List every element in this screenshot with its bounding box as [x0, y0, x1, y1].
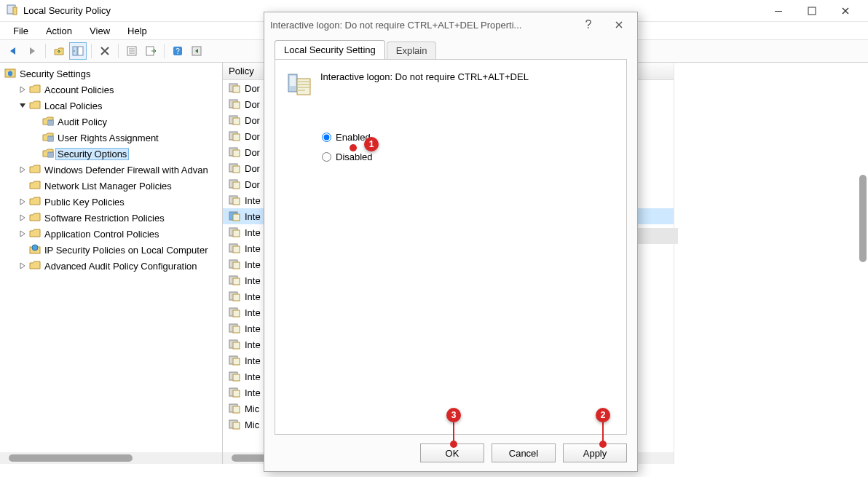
- dialog-help-button[interactable]: ?: [576, 15, 601, 35]
- delete-button[interactable]: [96, 42, 114, 60]
- radio-enabled-input[interactable]: [322, 133, 331, 142]
- list-row-label: Mic: [245, 419, 259, 430]
- folder-icon: [29, 83, 41, 97]
- tab-local-security-setting[interactable]: Local Security Setting: [275, 40, 385, 59]
- list-row-label: Inte: [245, 371, 261, 382]
- tree-expander-icon[interactable]: [17, 84, 28, 95]
- tree-item[interactable]: User Rights Assignment: [0, 130, 222, 146]
- tree-expander-icon[interactable]: [17, 229, 28, 239]
- tree-expander-icon[interactable]: [17, 213, 28, 223]
- list-row-label: Inte: [245, 259, 261, 270]
- tree-expander-icon[interactable]: [17, 261, 28, 271]
- tree-expander-icon[interactable]: [31, 149, 41, 159]
- ok-button-label: OK: [446, 448, 459, 459]
- policy-item-icon: [229, 322, 240, 336]
- folder-icon: [29, 179, 41, 193]
- tree-item-label: Advanced Audit Policy Configuration: [42, 260, 200, 272]
- tree-item-label: Security Options: [55, 148, 129, 160]
- minimize-button[interactable]: [762, 0, 795, 22]
- menu-help[interactable]: Help: [120, 24, 154, 38]
- tree-item[interactable]: Advanced Audit Policy Configuration: [0, 258, 222, 274]
- close-button[interactable]: [829, 0, 862, 22]
- tree-item[interactable]: Audit Policy: [0, 114, 222, 130]
- tree-expander-icon[interactable]: [17, 181, 28, 191]
- svg-rect-35: [233, 198, 240, 205]
- tree-expander-icon[interactable]: [17, 165, 28, 175]
- tree-item[interactable]: Local Policies: [0, 98, 222, 114]
- cancel-button-label: Cancel: [509, 448, 538, 459]
- maximize-button[interactable]: [795, 0, 829, 22]
- tree-expander-icon[interactable]: [17, 245, 28, 255]
- tree-item-label: Audit Policy: [55, 116, 109, 128]
- tree-item[interactable]: Public Key Policies: [0, 194, 222, 210]
- tree-item[interactable]: Security Options: [0, 146, 222, 162]
- list-row-label: Dor: [245, 83, 260, 94]
- list-row-label: Dor: [245, 163, 260, 174]
- menu-file[interactable]: File: [6, 24, 36, 38]
- tree-scrollbar-horizontal[interactable]: [0, 452, 222, 464]
- policy-name-label: Interactive logon: Do not require CTRL+A…: [320, 71, 529, 82]
- policy-item-icon: [229, 338, 240, 352]
- folder-icon: [29, 211, 41, 225]
- tree-panel[interactable]: Security Settings Account PoliciesLocal …: [0, 63, 222, 452]
- right-panel: [674, 63, 868, 464]
- menu-view[interactable]: View: [82, 24, 117, 38]
- callout-2-tail: [602, 422, 604, 441]
- tab-label: Local Security Setting: [284, 44, 376, 55]
- callout-3-tail: [453, 422, 454, 441]
- folder-icon: [42, 115, 54, 129]
- radio-disabled[interactable]: Disabled: [322, 151, 615, 162]
- policy-item-icon: [229, 242, 240, 256]
- nav-forward-button[interactable]: [23, 42, 41, 60]
- svg-rect-49: [233, 310, 240, 317]
- svg-rect-33: [233, 182, 240, 189]
- tree-root[interactable]: Security Settings: [0, 66, 222, 82]
- callout-3: 3: [446, 408, 461, 422]
- tab-explain[interactable]: Explain: [387, 42, 437, 59]
- dialog-body: Interactive logon: Do not require CTRL+A…: [275, 59, 627, 435]
- dialog-titlebar[interactable]: Interactive logon: Do not require CTRL+A…: [264, 12, 637, 37]
- dialog-close-button[interactable]: [607, 15, 631, 35]
- nav-back-button[interactable]: [4, 42, 22, 60]
- tree-item-label: Public Key Policies: [42, 196, 127, 208]
- export-button[interactable]: [142, 42, 159, 60]
- tree-item-label: Software Restriction Policies: [42, 212, 167, 224]
- menu-action[interactable]: Action: [39, 24, 79, 38]
- list-row-label: Inte: [245, 211, 261, 222]
- policy-item-icon: [229, 370, 240, 384]
- folder-icon: [29, 195, 41, 209]
- policy-item-icon: [229, 274, 240, 288]
- cancel-button[interactable]: Cancel: [492, 444, 556, 462]
- tree-expander-icon[interactable]: [31, 133, 41, 143]
- tree-item[interactable]: Application Control Policies: [0, 226, 222, 242]
- policy-item-icon: [229, 98, 240, 111]
- refresh-button[interactable]: [188, 42, 205, 60]
- apply-button[interactable]: Apply: [563, 444, 627, 462]
- show-hide-tree-button[interactable]: [69, 42, 87, 60]
- list-row-label: Dor: [245, 99, 260, 110]
- tree-item[interactable]: Network List Manager Policies: [0, 178, 222, 194]
- page-scrollbar-vertical[interactable]: [858, 66, 868, 455]
- tree-item[interactable]: IP Security Policies on Local Computer: [0, 242, 222, 258]
- list-row-label: Mic: [245, 403, 259, 414]
- svg-rect-61: [233, 406, 240, 413]
- list-row-label: Inte: [245, 275, 261, 286]
- list-row-label: Inte: [245, 243, 261, 254]
- folder-icon: [29, 259, 41, 273]
- tree-item[interactable]: Software Restriction Policies: [0, 210, 222, 226]
- properties-button[interactable]: [123, 42, 141, 60]
- tree-item[interactable]: Windows Defender Firewall with Advan: [0, 162, 222, 178]
- tree-item-label: Network List Manager Policies: [42, 180, 174, 192]
- up-folder-button[interactable]: [50, 42, 68, 60]
- radio-disabled-input[interactable]: [322, 152, 331, 162]
- tree-expander-icon[interactable]: [17, 197, 28, 207]
- policy-item-icon: [229, 418, 240, 432]
- help-button[interactable]: ?: [169, 42, 186, 60]
- tree-expander-icon[interactable]: [31, 117, 41, 127]
- background-highlight: [638, 228, 678, 244]
- tree-item[interactable]: Account Policies: [0, 82, 222, 98]
- list-row-label: Inte: [245, 323, 261, 334]
- tab-label: Explain: [396, 45, 427, 56]
- list-row-label: Inte: [245, 195, 261, 206]
- tree-expander-icon[interactable]: [17, 100, 28, 111]
